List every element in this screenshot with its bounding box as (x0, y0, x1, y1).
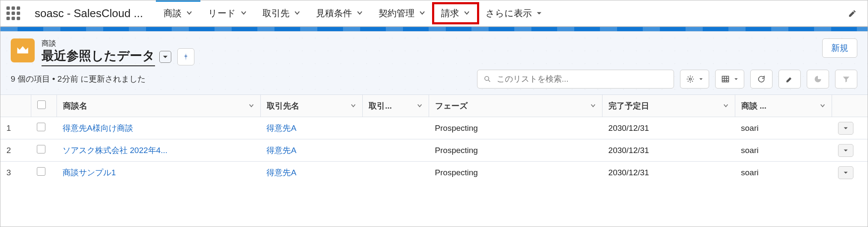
brand-band (0, 27, 868, 31)
nav-tab-accounts[interactable]: 取引先 (255, 0, 308, 26)
record-name-link[interactable]: 得意先A様向け商談 (63, 124, 133, 133)
account-link[interactable]: 得意先A (266, 168, 296, 177)
column-label: 取引先名 (267, 100, 299, 112)
row-checkbox[interactable] (37, 123, 45, 131)
display-as-button[interactable] (715, 70, 744, 88)
owner-cell: soari (735, 117, 832, 139)
chevron-down-icon (294, 8, 301, 18)
chevron-down-icon (590, 101, 596, 111)
column-header-account[interactable]: 取引先名 (260, 95, 362, 117)
list-meta-text: 9 個の項目 • 2分前 に更新されました (11, 74, 146, 85)
column-header-owner[interactable]: 商談 ... (735, 95, 832, 117)
nav-tab-label: 契約管理 (379, 7, 415, 19)
row-number: 1 (0, 117, 31, 139)
chart-icon (814, 75, 822, 83)
close-date-cell: 2030/12/31 (603, 117, 735, 139)
chevron-down-icon (699, 77, 703, 81)
row-action-button[interactable] (838, 166, 853, 179)
close-date-cell: 2030/12/31 (603, 139, 735, 162)
filter-button[interactable] (835, 70, 857, 88)
refresh-icon (757, 75, 766, 83)
top-navigation: soasc - SalesCloud ... 商談 リード 取引先 見積条件 契… (0, 0, 868, 27)
checkbox-icon (37, 100, 46, 109)
list-meta-row: 9 個の項目 • 2分前 に更新されました (0, 70, 868, 94)
app-launcher-icon (6, 6, 20, 20)
list-search-input[interactable] (496, 74, 668, 84)
row-number: 2 (0, 139, 31, 162)
app-launcher-button[interactable] (0, 0, 26, 26)
svg-point-1 (689, 78, 692, 80)
chevron-down-icon (820, 101, 826, 111)
list-view-name[interactable]: 最近参照したデータ (42, 47, 155, 66)
chevron-down-icon (417, 101, 423, 111)
chevron-down-icon (248, 101, 254, 111)
inline-edit-button[interactable] (779, 70, 801, 88)
owner-cell: soari (735, 139, 832, 162)
list-search-wrapper[interactable] (477, 70, 674, 88)
account-link[interactable]: 得意先A (266, 146, 296, 155)
pin-list-view-button[interactable] (177, 48, 194, 65)
account-link[interactable]: 得意先A (266, 124, 296, 133)
chevron-down-icon (162, 54, 168, 60)
record-name-link[interactable]: ソアスク株式会社 2022年4... (63, 146, 167, 155)
nav-tab-label: リード (208, 7, 236, 19)
opportunity-object-icon (11, 38, 35, 62)
nav-tab-contract-mgmt[interactable]: 契約管理 (371, 0, 433, 26)
list-settings-button[interactable] (680, 70, 709, 88)
filter-icon (842, 75, 850, 83)
chevron-down-icon (536, 8, 542, 18)
pencil-icon (848, 9, 857, 18)
pencil-icon (785, 75, 794, 83)
refresh-button[interactable] (750, 70, 773, 88)
select-all-header[interactable] (31, 95, 57, 117)
column-header-close-date[interactable]: 完了予定日 (603, 95, 735, 117)
pin-icon (182, 53, 190, 61)
chevron-down-icon (723, 101, 729, 111)
column-label: 取引... (369, 100, 392, 112)
edit-navigation-button[interactable] (838, 0, 868, 26)
chevron-down-icon (419, 8, 426, 18)
table-body: 1 得意先A様向け商談 得意先A Prospecting 2030/12/31 … (0, 117, 868, 184)
row-checkbox[interactable] (37, 167, 45, 176)
app-name-label: soasc - SalesCloud ... (26, 0, 156, 26)
nav-tab-label: 商談 (164, 7, 182, 19)
row-checkbox[interactable] (37, 145, 45, 153)
nav-tab-list: 商談 リード 取引先 見積条件 契約管理 請求 (156, 0, 550, 26)
list-header: 商談 最近参照したデータ 新規 (0, 32, 868, 70)
column-header-name[interactable]: 商談名 (57, 95, 260, 117)
chevron-down-icon (463, 8, 470, 18)
row-action-button[interactable] (838, 144, 853, 157)
column-label: 商談名 (63, 100, 87, 112)
chevron-down-icon (843, 170, 848, 175)
object-label: 商談 (42, 38, 194, 48)
owner-cell: soari (735, 162, 832, 184)
column-header-trunc1[interactable]: 取引... (363, 95, 429, 117)
gear-icon (686, 75, 695, 83)
search-icon (483, 75, 492, 83)
close-date-cell: 2030/12/31 (603, 162, 735, 184)
column-label: 商談 ... (741, 100, 767, 112)
phase-cell: Prospecting (429, 117, 603, 139)
row-action-button[interactable] (838, 122, 853, 135)
nav-tab-label: さらに表示 (486, 7, 532, 19)
nav-tab-opportunities[interactable]: 商談 (156, 0, 200, 26)
chevron-down-icon (350, 101, 356, 111)
table-icon (721, 75, 730, 83)
column-label: 完了予定日 (608, 100, 649, 112)
nav-tab-quote-conditions[interactable]: 見積条件 (308, 0, 371, 26)
table-row: 3 商談サンプル1 得意先A Prospecting 2030/12/31 so… (0, 162, 868, 184)
nav-tab-leads[interactable]: リード (200, 0, 255, 26)
column-label: フェーズ (435, 100, 468, 112)
nav-tab-billing[interactable]: 請求 (433, 0, 478, 26)
list-page: 商談 最近参照したデータ 新規 9 個の項目 • 2分前 に更新されました (0, 31, 868, 184)
new-record-button[interactable]: 新規 (822, 38, 857, 58)
chevron-down-icon (843, 148, 848, 153)
list-view-dropdown-button[interactable] (159, 51, 171, 63)
nav-tab-show-more[interactable]: さらに表示 (478, 0, 550, 26)
chart-button[interactable] (807, 70, 829, 88)
column-header-phase[interactable]: フェーズ (429, 95, 603, 117)
chevron-down-icon (186, 8, 193, 18)
record-name-link[interactable]: 商談サンプル1 (63, 168, 116, 177)
records-table: 商談名 取引先名 取引... フェーズ 完了予定日 商談 ... 1 得意先A様… (0, 94, 868, 184)
chevron-down-icon (734, 77, 738, 81)
